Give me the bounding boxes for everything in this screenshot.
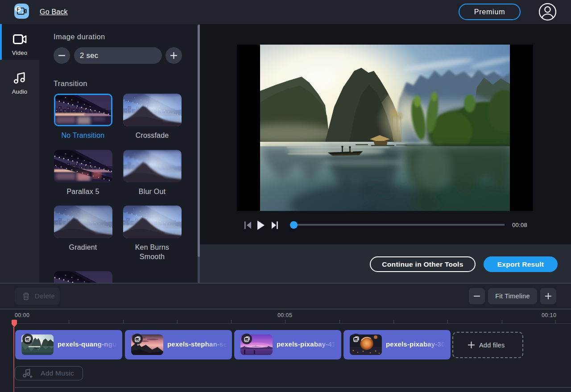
svg-text:F: F xyxy=(17,7,20,12)
